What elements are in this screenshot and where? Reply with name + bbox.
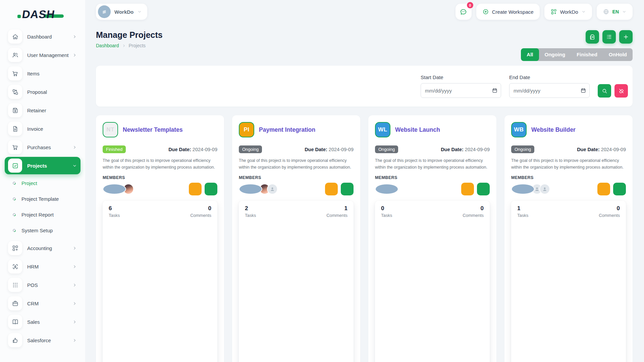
card-menu-button[interactable] [486,119,492,126]
sidebar-item-accounting[interactable]: Accounting [5,239,80,257]
sidebar-item-invoice[interactable]: Invoice [5,120,80,137]
messages-badge: 0 [467,2,473,8]
project-initials-tile: PI [239,122,254,137]
breadcrumb-current: Projects [129,43,146,48]
tab-finished[interactable]: Finished [571,48,603,61]
reset-filter-button[interactable] [614,84,628,98]
end-date-input[interactable] [509,83,590,98]
cart-icon [12,144,19,151]
sidebar-item-icon-tile [8,278,22,292]
kanban-icon [344,186,351,192]
sidebar-item-items[interactable]: Items [5,65,80,82]
tasks-label: Tasks [381,213,392,218]
logo-text: DASH [21,8,56,21]
filter-actions [598,84,628,98]
project-title-link[interactable]: Website Launch [395,126,440,133]
logo-accent-dot [17,15,21,18]
tasks-board-button[interactable] [613,183,626,195]
page-title: Manage Projects [96,30,163,40]
member-avatars [239,184,278,194]
comments-count: 0 [120,205,211,212]
messages-button[interactable]: 0 [455,4,472,20]
sidebar-item-label: Items [27,71,77,76]
comments-count: 1 [256,205,347,212]
workdo-menu-button[interactable]: WorkDo [544,4,592,20]
project-description: The goal of this project is to improve o… [511,158,626,171]
sidebar-subitem-project[interactable]: Project [0,175,85,191]
card-menu-button[interactable] [214,119,220,126]
sidebar-item-icon-tile [8,315,22,329]
book-icon [12,318,19,325]
breadcrumb-home-link[interactable]: Dashboard [96,43,119,48]
sidebar-item-label: Invoice [27,126,77,132]
comments-count: 0 [528,205,620,212]
export-button[interactable] [586,30,599,44]
sidebar-item-icon-tile [8,103,22,117]
sidebar-item-icon-tile [8,296,22,310]
member-avatar-logo [511,184,535,194]
project-title-link[interactable]: Newsletter Templates [123,126,183,133]
home-icon [12,33,19,40]
sidebar-item-label: HRM [27,264,72,269]
main-area: WorkDo 0 Create Workspace WorkDo EN [85,0,644,362]
sidebar-item-pos[interactable]: POS [5,276,80,294]
view-project-button[interactable] [461,183,474,195]
due-date-label: Due Date: [441,147,464,152]
sidebar-item-projects[interactable]: Projects [5,157,80,174]
sidebar-item-label: Purchases [27,144,72,150]
sidebar-item-proposal[interactable]: Proposal [5,83,80,101]
grid-plus-icon [550,8,557,15]
sidebar-item-purchases[interactable]: Purchases [5,138,80,156]
sidebar-item-icon-tile [8,159,22,173]
create-workspace-button[interactable]: Create Workspace [476,4,540,20]
view-project-button[interactable] [189,183,202,195]
workspace-selector[interactable]: WorkDo [96,4,147,20]
list-view-button[interactable] [602,30,616,44]
tasks-board-button[interactable] [205,183,217,195]
tab-ongoing[interactable]: Ongoing [539,48,571,61]
members-label: MEMBERS [375,175,490,180]
eye-icon [464,186,471,192]
status-badge: Finished [103,145,126,153]
file-export-icon [589,34,596,40]
search-button[interactable] [598,84,611,98]
due-date-label: Due Date: [168,147,191,152]
project-title-link[interactable]: Payment Integration [259,126,315,133]
project-title-link[interactable]: Website Builder [531,126,576,133]
sidebar-subitem-project-report[interactable]: Project Report [0,207,85,223]
sidebar-item-crm[interactable]: CRM [5,295,80,312]
sidebar-item-icon-tile [8,333,22,347]
sidebar-item-retainer[interactable]: Retainer [5,102,80,119]
kanban-icon [208,186,214,192]
sidebar-item-icon-tile [8,122,22,136]
sidebar-item-dashboard[interactable]: Dashboard [5,28,80,45]
person-icon [269,186,275,192]
tasks-board-button[interactable] [341,183,354,195]
workdo-menu-label: WorkDo [560,9,578,15]
tab-onhold[interactable]: OnHold [603,48,633,61]
card-menu-button[interactable] [623,119,629,126]
sidebar-item-sales[interactable]: Sales [5,313,80,330]
sidebar-item-salesforce[interactable]: Salesforce [5,331,80,349]
page-header: Manage Projects Dashboard Projects AllOn… [96,30,633,61]
member-avatar-logo [375,184,398,194]
chevron-icon [72,301,77,306]
header-action-buttons [586,30,633,44]
view-project-button[interactable] [597,183,610,195]
start-date-input[interactable] [421,83,501,98]
sidebar-item-hrm[interactable]: HRM [5,258,80,275]
status-filter-tabs: AllOngoingFinishedOnHold [521,48,633,61]
sidebar-item-icon-tile [8,85,22,99]
tasks-board-button[interactable] [477,183,490,195]
tab-all[interactable]: All [521,48,539,61]
view-project-button[interactable] [325,183,338,195]
card-menu-button[interactable] [350,119,356,126]
sidebar-subitem-project-template[interactable]: Project Template [0,191,85,207]
sidebar-subitem-system-setup[interactable]: System Setup [0,223,85,238]
save-icon [12,107,19,114]
search-icon [601,88,608,94]
add-project-button[interactable] [619,30,633,44]
language-selector[interactable]: EN [597,4,633,20]
sidebar-item-user-management[interactable]: User Management [5,46,80,64]
bullet-icon [12,228,16,233]
